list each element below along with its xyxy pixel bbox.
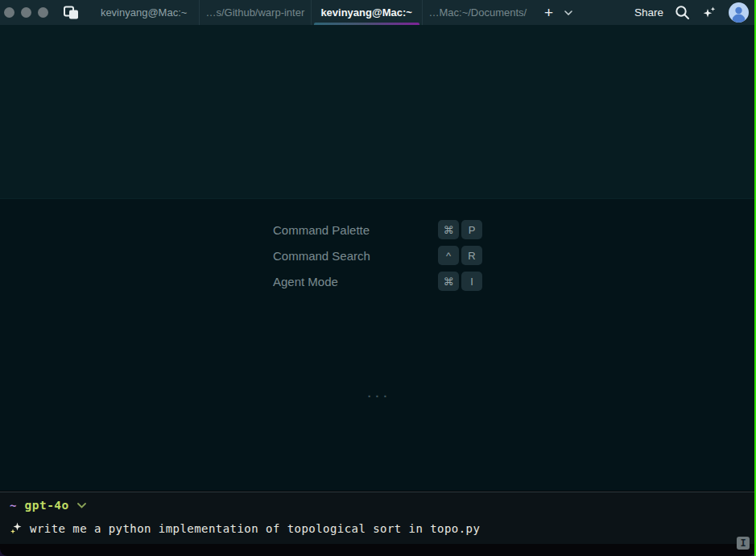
shortcut-label: Command Palette [273, 223, 370, 237]
shortcut-command-search: Command Search ^ R [273, 246, 482, 265]
traffic-lights [0, 7, 53, 18]
screen: kevinyang@Mac:~ …s/Github/warp-inter kev… [0, 0, 756, 556]
tab-label: …Mac:~/Documents/ [429, 6, 527, 19]
model-prefix-tilde: ~ [10, 499, 16, 512]
tab-mac-documents[interactable]: …Mac:~/Documents/ [422, 0, 533, 25]
shortcut-label: Agent Mode [273, 275, 338, 288]
maximize-window-button[interactable] [38, 7, 48, 18]
shortcut-label: Command Search [273, 249, 370, 263]
tab-kevinyang-mac-active[interactable]: kevinyang@Mac:~ [311, 0, 422, 25]
insert-key-badge: I [737, 537, 750, 550]
ai-sparkle-icon[interactable] [702, 6, 717, 20]
user-avatar[interactable] [729, 2, 749, 23]
tab-strip: kevinyang@Mac:~ …s/Github/warp-inter kev… [89, 0, 533, 25]
keycap-cmd: ⌘ [438, 272, 459, 291]
warp-terminal-window: kevinyang@Mac:~ …s/Github/warp-inter kev… [0, 0, 756, 556]
ai-input-panel: ~ gpt-4o write me a python implementatio… [0, 492, 756, 544]
keycap-i: I [461, 272, 482, 291]
model-selector[interactable]: ~ gpt-4o [10, 499, 86, 512]
keycap-p: P [461, 220, 482, 239]
tab-github-warp-inter[interactable]: …s/Github/warp-inter [199, 0, 310, 25]
tab-bar: kevinyang@Mac:~ …s/Github/warp-inter kev… [0, 0, 756, 25]
keycap-cmd: ⌘ [438, 220, 459, 239]
model-chevron-down-icon [77, 503, 86, 508]
minimize-window-button[interactable] [21, 7, 31, 18]
tab-list-chevron-icon[interactable] [564, 10, 572, 15]
shortcut-agent-mode: Agent Mode ⌘ I [273, 272, 482, 291]
keycap-r: R [461, 246, 482, 265]
new-tab-button[interactable]: + [544, 5, 553, 20]
terminal-body[interactable]: Command Palette ⌘ P Command Search ^ R A… [0, 25, 756, 492]
shortcut-hints-panel: Command Palette ⌘ P Command Search ^ R A… [273, 220, 482, 297]
collapsed-block-indicator[interactable]: ··· [0, 390, 756, 402]
prompt-sparkle-icon [10, 521, 23, 535]
keycap-ctrl: ^ [438, 246, 459, 265]
tab-label: …s/Github/warp-inter [205, 6, 304, 19]
shortcut-command-palette: Command Palette ⌘ P [273, 220, 482, 239]
model-name: gpt-4o [24, 499, 68, 512]
ai-prompt-input[interactable]: write me a python implementation of topo… [10, 521, 746, 535]
share-button[interactable]: Share [634, 6, 663, 19]
search-icon[interactable] [675, 5, 690, 20]
terminal-block-previous [0, 25, 756, 199]
pages-panes-icon[interactable] [63, 6, 79, 20]
tab-kevinyang-mac-1[interactable]: kevinyang@Mac:~ [89, 0, 199, 25]
close-window-button[interactable] [4, 7, 14, 18]
tab-label: kevinyang@Mac:~ [101, 6, 188, 19]
tab-label: kevinyang@Mac:~ [320, 6, 411, 19]
prompt-text: write me a python implementation of topo… [30, 522, 480, 535]
